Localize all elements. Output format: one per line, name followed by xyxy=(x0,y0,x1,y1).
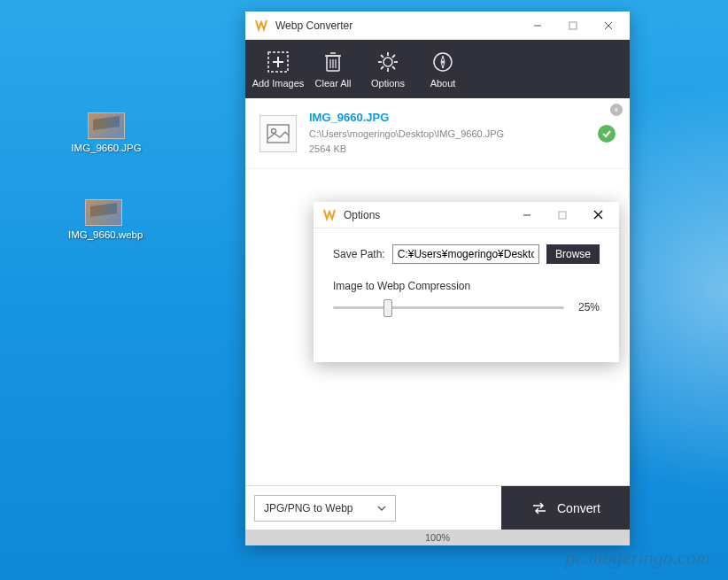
svg-rect-28 xyxy=(559,212,566,219)
progress-bar: 100% xyxy=(245,530,630,545)
slider-thumb[interactable] xyxy=(383,299,392,317)
toolbar-label: About xyxy=(430,78,456,89)
add-icon xyxy=(267,50,290,73)
svg-point-24 xyxy=(442,60,445,63)
chevron-down-icon xyxy=(377,506,386,511)
window-controls xyxy=(520,12,626,40)
maximize-button[interactable] xyxy=(545,201,580,229)
file-thumbnail xyxy=(85,199,122,226)
svg-rect-25 xyxy=(267,125,289,143)
titlebar[interactable]: Webp Converter xyxy=(245,12,630,40)
compression-slider-row: 25% xyxy=(333,301,600,313)
desktop-icon-label: IMG_9660.webp xyxy=(68,229,139,240)
file-name: IMG_9660.JPG xyxy=(309,111,591,124)
toolbar: Add Images Clear All Options About xyxy=(245,40,630,98)
options-button[interactable]: Options xyxy=(360,40,415,98)
file-thumbnail xyxy=(259,115,297,152)
convert-label: Convert xyxy=(557,501,600,515)
desktop-icon-jpg[interactable]: IMG_9660.JPG xyxy=(71,112,142,153)
minimize-button[interactable] xyxy=(520,12,555,40)
svg-rect-1 xyxy=(569,22,577,29)
svg-line-21 xyxy=(381,66,383,69)
toolbar-label: Options xyxy=(371,78,405,89)
image-icon xyxy=(266,121,290,146)
convert-icon xyxy=(531,500,548,516)
file-thumbnail xyxy=(88,112,125,139)
compass-icon xyxy=(431,50,454,73)
close-button[interactable] xyxy=(591,12,626,40)
svg-line-18 xyxy=(381,55,383,58)
svg-line-19 xyxy=(392,66,395,69)
save-path-row: Save Path: Browse xyxy=(333,244,600,264)
convert-button[interactable]: Convert xyxy=(501,486,630,530)
svg-line-20 xyxy=(392,55,395,58)
desktop-icon-webp[interactable]: IMG_9660.webp xyxy=(68,199,139,240)
toolbar-label: Add Images xyxy=(252,78,305,89)
compression-slider[interactable] xyxy=(333,306,564,309)
about-button[interactable]: About xyxy=(415,40,470,98)
svg-point-26 xyxy=(272,128,276,133)
app-logo-icon xyxy=(322,208,337,222)
file-size: 2564 KB xyxy=(309,142,591,157)
file-item[interactable]: × IMG_9660.JPG C:\Users\mogeringo\Deskto… xyxy=(245,98,630,169)
svg-point-13 xyxy=(383,58,392,66)
save-path-input[interactable] xyxy=(392,244,539,264)
window-title: Webp Converter xyxy=(275,19,520,32)
bottom-bar: JPG/PNG to Webp Convert xyxy=(245,485,630,530)
add-images-button[interactable]: Add Images xyxy=(251,40,306,98)
compression-label: Image to Webp Compression xyxy=(333,280,600,292)
mode-label: JPG/PNG to Webp xyxy=(264,502,352,514)
trash-icon xyxy=(322,50,344,73)
maximize-button[interactable] xyxy=(555,12,591,40)
close-button[interactable] xyxy=(580,201,616,229)
desktop-icon-label: IMG_9660.JPG xyxy=(71,143,142,153)
status-ok-icon xyxy=(598,125,616,143)
browse-button[interactable]: Browse xyxy=(546,244,600,264)
options-dialog: Options Save Path: Browse Image to Webp … xyxy=(314,202,619,362)
dialog-body: Save Path: Browse Image to Webp Compress… xyxy=(314,228,619,329)
dialog-title: Options xyxy=(344,209,509,221)
dialog-titlebar[interactable]: Options xyxy=(314,202,619,228)
clear-all-button[interactable]: Clear All xyxy=(306,40,360,98)
mode-dropdown[interactable]: JPG/PNG to Webp xyxy=(254,495,396,522)
file-path: C:\Users\mogeringo\Desktop\IMG_9660.JPG xyxy=(309,127,591,142)
window-controls xyxy=(509,201,616,229)
minimize-button[interactable] xyxy=(509,201,545,229)
mode-select-wrap: JPG/PNG to Webp xyxy=(245,486,501,530)
compression-value: 25% xyxy=(573,301,600,313)
gear-icon xyxy=(376,50,399,73)
save-path-label: Save Path: xyxy=(333,248,385,260)
watermark-text: pc.mogeringo.com xyxy=(565,546,710,569)
file-info: IMG_9660.JPG C:\Users\mogeringo\Desktop\… xyxy=(309,111,591,156)
toolbar-label: Clear All xyxy=(315,78,352,89)
app-logo-icon xyxy=(254,19,268,33)
remove-item-button[interactable]: × xyxy=(610,104,623,116)
